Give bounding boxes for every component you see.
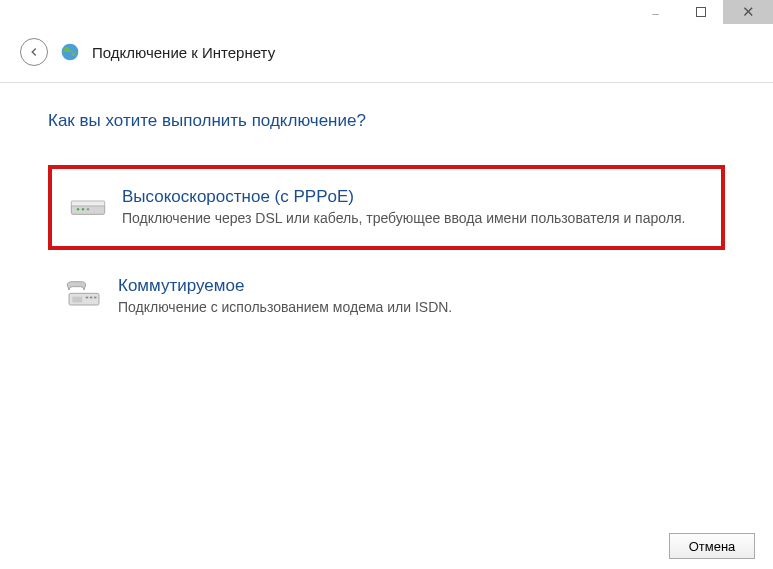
option-text: Коммутируемое Подключение с использовани…	[118, 276, 452, 317]
svg-rect-4	[71, 201, 104, 206]
back-button[interactable]	[20, 38, 48, 66]
connection-options: Высокоскоростное (с PPPoE) Подключение ч…	[48, 165, 725, 331]
svg-rect-9	[72, 297, 82, 303]
wizard-footer: Отмена	[669, 533, 755, 559]
minimize-icon: _	[652, 3, 658, 15]
wizard-question: Как вы хотите выполнить подключение?	[48, 111, 725, 131]
maximize-button[interactable]	[678, 0, 723, 24]
phone-modem-icon	[64, 278, 104, 312]
cancel-button[interactable]: Отмена	[669, 533, 755, 559]
option-description: Подключение с использованием модема или …	[118, 298, 452, 317]
close-icon: ✕	[742, 3, 755, 21]
titlebar: _ ✕	[0, 0, 773, 28]
option-title: Высокоскоростное (с PPPoE)	[122, 187, 685, 207]
svg-rect-10	[86, 297, 89, 299]
svg-point-1	[64, 47, 69, 50]
option-description: Подключение через DSL или кабель, требую…	[122, 209, 685, 228]
window-controls: _ ✕	[633, 0, 773, 24]
option-broadband-pppoe[interactable]: Высокоскоростное (с PPPoE) Подключение ч…	[48, 165, 725, 250]
option-dialup[interactable]: Коммутируемое Подключение с использовани…	[48, 262, 725, 331]
modem-icon	[68, 189, 108, 223]
svg-point-7	[87, 208, 90, 211]
arrow-left-icon	[27, 45, 41, 59]
wizard-content: Как вы хотите выполнить подключение? Выс…	[0, 82, 773, 351]
svg-point-2	[71, 53, 75, 56]
globe-icon	[60, 42, 80, 62]
svg-rect-11	[90, 297, 93, 299]
wizard-header: Подключение к Интернету	[0, 28, 773, 82]
svg-point-5	[77, 208, 80, 211]
svg-point-6	[82, 208, 85, 211]
option-text: Высокоскоростное (с PPPoE) Подключение ч…	[122, 187, 685, 228]
option-title: Коммутируемое	[118, 276, 452, 296]
wizard-title: Подключение к Интернету	[92, 44, 275, 61]
close-button[interactable]: ✕	[723, 0, 773, 24]
maximize-icon	[696, 7, 706, 17]
svg-rect-12	[94, 297, 97, 299]
minimize-button[interactable]: _	[633, 0, 678, 24]
